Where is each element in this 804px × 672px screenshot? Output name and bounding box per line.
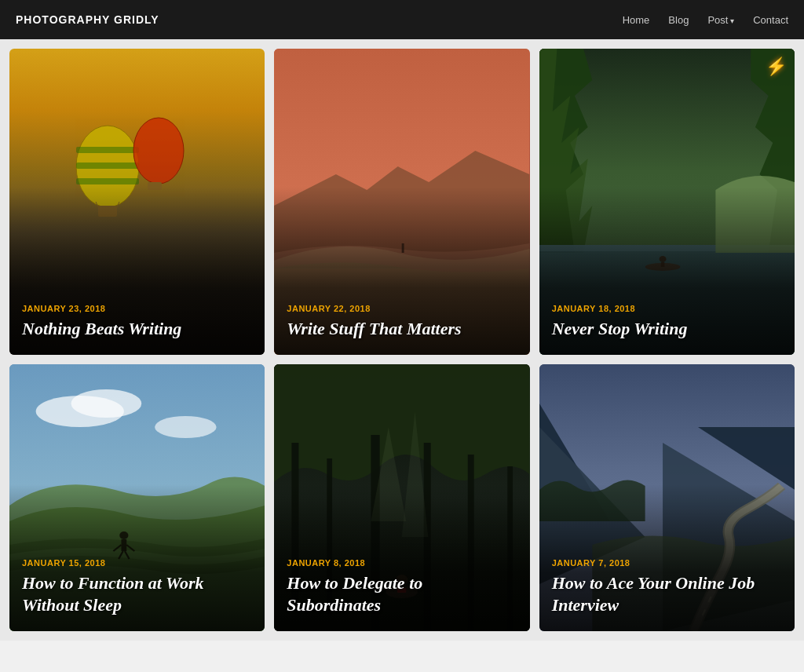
card-date-2: JANUARY 22, 2018	[287, 304, 517, 313]
card-content-3: JANUARY 18, 2018 Never Stop Writing	[539, 290, 795, 356]
card-date-6: JANUARY 7, 2018	[552, 558, 782, 568]
card-content-6: JANUARY 7, 2018 How to Ace Your Online J…	[539, 544, 795, 631]
card-date-3: JANUARY 18, 2018	[552, 304, 782, 313]
card-title-5: How to Delegate to Subordinates	[287, 572, 517, 615]
navbar: PHOTOGRAPHY GRIDLY Home Blog Post Contac…	[0, 0, 804, 39]
svg-rect-4	[76, 178, 139, 184]
card-date-4: JANUARY 15, 2018	[22, 558, 252, 568]
card-how-to-function[interactable]: JANUARY 15, 2018 How to Function at Work…	[9, 364, 265, 631]
card-ace-interview[interactable]: JANUARY 7, 2018 How to Ace Your Online J…	[539, 364, 795, 631]
card-date-1: JANUARY 23, 2018	[22, 304, 252, 313]
card-title-2: Write Stuff That Matters	[287, 318, 517, 340]
post-grid: JANUARY 23, 2018 Nothing Beats Writing	[0, 39, 804, 641]
nav-blog[interactable]: Blog	[668, 14, 689, 26]
card-title-4: How to Function at Work Without Sleep	[22, 572, 252, 615]
site-title: PHOTOGRAPHY GRIDLY	[16, 13, 159, 26]
nav-post[interactable]: Post	[707, 14, 734, 26]
card-never-stop-writing[interactable]: ⚡ JANUARY 18, 2018 Never Stop Writing	[539, 49, 795, 355]
card-content-4: JANUARY 15, 2018 How to Function at Work…	[9, 544, 265, 631]
card-title-6: How to Ace Your Online Job Interview	[552, 572, 782, 615]
card-delegate[interactable]: JANUARY 8, 2018 How to Delegate to Subor…	[274, 364, 529, 631]
card-date-5: JANUARY 8, 2018	[287, 558, 517, 568]
nav-links: Home Blog Post Contact	[623, 14, 788, 26]
svg-rect-2	[76, 147, 139, 153]
svg-rect-3	[76, 163, 139, 169]
nav-home[interactable]: Home	[623, 14, 650, 26]
card-write-stuff[interactable]: JANUARY 22, 2018 Write Stuff That Matter…	[274, 49, 529, 355]
card-content-5: JANUARY 8, 2018 How to Delegate to Subor…	[274, 544, 529, 631]
card-content-1: JANUARY 23, 2018 Nothing Beats Writing	[9, 290, 265, 356]
svg-point-23	[71, 389, 142, 418]
card-title-1: Nothing Beats Writing	[22, 318, 252, 340]
card-nothing-beats-writing[interactable]: JANUARY 23, 2018 Nothing Beats Writing	[9, 49, 265, 355]
nav-contact[interactable]: Contact	[753, 14, 788, 26]
lightning-icon: ⚡	[766, 57, 787, 77]
card-content-2: JANUARY 22, 2018 Write Stuff That Matter…	[274, 290, 529, 356]
svg-point-24	[155, 416, 217, 438]
card-title-3: Never Stop Writing	[552, 318, 782, 340]
